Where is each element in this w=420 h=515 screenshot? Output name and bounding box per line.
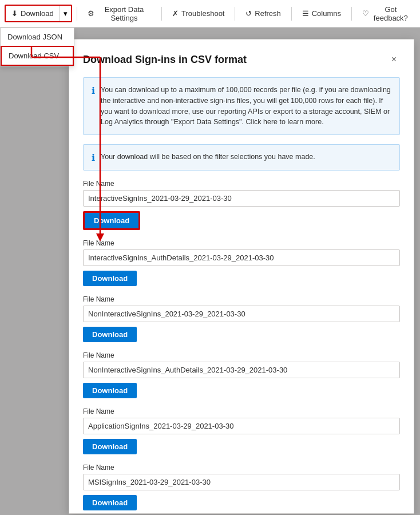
gear-icon: ⚙	[88, 9, 94, 18]
file-section-1: File NameDownload	[83, 239, 400, 286]
download-button-group: ⬇ Download ▾	[5, 5, 72, 22]
file-input-5[interactable]	[83, 474, 400, 490]
divider-4	[291, 7, 292, 21]
download-csv-item[interactable]: Download CSV	[1, 46, 74, 66]
columns-button[interactable]: ☰ Columns	[296, 6, 347, 21]
download-button-5[interactable]: Download	[83, 495, 137, 510]
download-dropdown: Download JSON Download CSV	[0, 27, 74, 66]
divider-3	[235, 7, 235, 21]
columns-icon: ☰	[302, 9, 309, 18]
file-input-4[interactable]	[83, 418, 400, 434]
file-input-3[interactable]	[83, 362, 400, 378]
download-button-1[interactable]: Download	[83, 271, 137, 286]
divider-1	[77, 7, 77, 21]
download-icon: ⬇	[11, 9, 18, 18]
info-box-filter: ℹ Your download will be based on the fil…	[83, 144, 400, 171]
refresh-label: Refresh	[255, 9, 281, 18]
modal-title: Download Sign-ins in CSV format	[83, 54, 247, 66]
modal-close-button[interactable]: ×	[388, 53, 400, 66]
file-label-3: File Name	[83, 351, 400, 359]
file-section-3: File NameDownload	[83, 351, 400, 398]
info-box-records: ℹ You can download up to a maximum of 10…	[83, 77, 400, 135]
refresh-button[interactable]: ↺ Refresh	[240, 6, 287, 21]
troubleshoot-label: Troubleshoot	[181, 9, 224, 18]
download-split-button[interactable]: ⬇ Download ▾	[5, 5, 72, 22]
download-modal: Download Sign-ins in CSV format × ℹ You …	[69, 39, 414, 514]
download-button-3[interactable]: Download	[83, 383, 137, 398]
columns-label: Columns	[312, 9, 341, 18]
refresh-icon: ↺	[245, 9, 252, 18]
file-section-2: File NameDownload	[83, 295, 400, 342]
divider-2	[161, 7, 162, 21]
file-section-4: File NameDownload	[83, 407, 400, 454]
toolbar: ⬇ Download ▾ ⚙ Export Data Settings ✗ Tr…	[0, 0, 420, 27]
file-section-0: File NameDownload	[83, 180, 400, 230]
file-label-1: File Name	[83, 239, 400, 247]
wrench-icon: ✗	[172, 9, 179, 18]
info-text-records: You can download up to a maximum of 100,…	[101, 85, 391, 128]
info-icon-2: ℹ	[92, 152, 95, 163]
file-sections-container: File NameDownloadFile NameDownloadFile N…	[83, 180, 400, 510]
file-input-0[interactable]	[83, 190, 400, 207]
modal-header: Download Sign-ins in CSV format ×	[83, 53, 400, 66]
troubleshoot-button[interactable]: ✗ Troubleshoot	[167, 6, 230, 21]
download-main-button[interactable]: ⬇ Download	[6, 6, 60, 21]
file-label-0: File Name	[83, 180, 400, 188]
chevron-down-icon: ▾	[64, 9, 68, 18]
file-label-2: File Name	[83, 295, 400, 303]
export-data-settings-button[interactable]: ⚙ Export Data Settings	[82, 2, 157, 26]
download-label: Download	[21, 9, 54, 18]
file-section-5: File NameDownload	[83, 464, 400, 510]
info-icon-1: ℹ	[92, 85, 95, 96]
file-label-5: File Name	[83, 464, 400, 472]
download-button-0[interactable]: Download	[83, 211, 140, 230]
export-label: Export Data Settings	[97, 5, 152, 22]
download-button-4[interactable]: Download	[83, 439, 137, 454]
info-text-filter: Your download will be based on the filte…	[101, 152, 315, 163]
file-input-1[interactable]	[83, 249, 400, 266]
download-chevron-button[interactable]: ▾	[60, 6, 71, 21]
file-input-2[interactable]	[83, 306, 400, 322]
file-label-4: File Name	[83, 407, 400, 415]
feedback-button[interactable]: ♡ Got feedback?	[356, 2, 415, 26]
heart-icon: ♡	[362, 9, 369, 18]
download-button-2[interactable]: Download	[83, 327, 137, 342]
feedback-label: Got feedback?	[372, 5, 410, 22]
divider-5	[351, 7, 352, 21]
download-json-item[interactable]: Download JSON	[1, 28, 74, 46]
